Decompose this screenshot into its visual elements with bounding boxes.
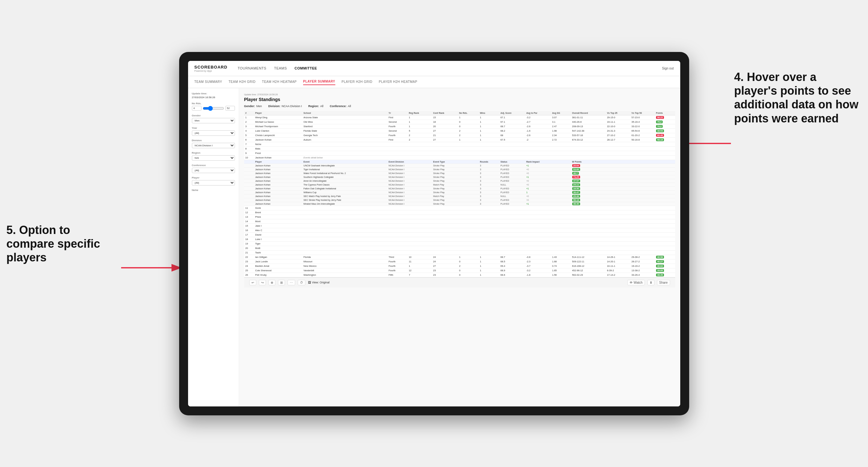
toolbar-expand[interactable]: ⊞: [278, 280, 285, 285]
points-cell[interactable]: [655, 219, 675, 223]
points-cell[interactable]: [655, 250, 675, 255]
points-cell[interactable]: [655, 146, 675, 151]
reg-rank-cell: [407, 146, 432, 151]
no-rds-cell: 2: [458, 263, 478, 268]
nav-committee[interactable]: COMMITTEE: [294, 65, 317, 71]
sidebar-conference-select[interactable]: (All): [192, 168, 235, 173]
table-row[interactable]: 20 Mutti: [244, 246, 675, 250]
sub-nav-player-summary[interactable]: PLAYER SUMMARY: [303, 79, 335, 85]
sidebar-player-select[interactable]: (All): [192, 180, 235, 186]
toolbar-clock[interactable]: ⏱: [298, 280, 305, 285]
points-cell[interactable]: [655, 246, 675, 250]
sidebar-no-rds-slider[interactable]: [203, 106, 224, 111]
sub-nav-player-h2h-grid[interactable]: PLAYER H2H GRID: [342, 79, 373, 85]
table-row[interactable]: 8 Mats: [244, 146, 675, 151]
table-row[interactable]: 16 Alex C: [244, 228, 675, 232]
toolbar-watch[interactable]: 👁 Watch: [627, 280, 645, 285]
table-row[interactable]: 24 Bastien Amat New Mexico Fourth 1 27 2…: [244, 263, 675, 268]
toolbar-view[interactable]: 🖼 View: Original: [308, 281, 330, 284]
table-row[interactable]: 12 Brent: [244, 210, 675, 215]
points-cell[interactable]: 58.18: [655, 137, 675, 142]
table-row[interactable]: 14 Mont: [244, 219, 675, 223]
table-row[interactable]: 19 Tiger: [244, 241, 675, 246]
table-row[interactable]: 18 Luke I: [244, 237, 675, 241]
vs-top25-cell: [606, 250, 630, 255]
adj-score-cell: [499, 210, 525, 215]
table-row[interactable]: 1 Wenyi Ding Arizona State First 1 15 1 …: [244, 115, 675, 120]
sidebar-no-rds-section: No Rds.: [192, 102, 235, 111]
table-row[interactable]: 22 Ian Gilligan Florida Third 10 24 1 1 …: [244, 255, 675, 259]
points-cell[interactable]: [655, 206, 675, 210]
sub-nav-team-h2h-grid[interactable]: TEAM H2H GRID: [228, 79, 256, 85]
table-row[interactable]: 23 Jack Lundin Missouri Fourth 11 24 0 1…: [244, 259, 675, 263]
table-row[interactable]: 6 Jackson Kohan Auburn First 2 27 1 1 67…: [244, 137, 675, 142]
table-row[interactable]: 17 David: [244, 232, 675, 237]
sidebar-division-select[interactable]: NCAA Division I: [192, 143, 235, 148]
points-cell[interactable]: [655, 237, 675, 241]
nav-teams[interactable]: TEAMS: [274, 65, 287, 71]
points-cell[interactable]: 38.54: [655, 128, 675, 133]
points-cell[interactable]: [655, 232, 675, 237]
avg-to-par-cell: -1.8: [525, 273, 551, 277]
toolbar-share[interactable]: Share: [657, 280, 670, 285]
adj-score-cell: 69.4: [499, 263, 525, 268]
reg-rank-cell: [407, 241, 432, 246]
table-row[interactable]: 3 Michael Thorbjornsen Stanford Fourth 1…: [244, 124, 675, 128]
table-row[interactable]: 4 Luke Clanton Florida State Second 5 27…: [244, 128, 675, 133]
sign-out-link[interactable]: Sign out: [662, 67, 674, 70]
points-cell[interactable]: 39.95: [655, 268, 675, 273]
vs-top25-cell: 24-31-3: [606, 128, 630, 133]
points-cell[interactable]: [655, 210, 675, 215]
points-cell[interactable]: [655, 228, 675, 232]
toolbar-download[interactable]: ⬇: [647, 280, 654, 285]
toolbar-more[interactable]: ⋯: [287, 280, 295, 285]
table-row[interactable]: 21 Tashi: [244, 250, 675, 255]
table-row[interactable]: 15 Jake I: [244, 223, 675, 228]
sidebar-region-select[interactable]: N/A: [192, 155, 235, 161]
table-row[interactable]: 9 Prest: [244, 151, 675, 155]
sub-nav-team-summary[interactable]: TEAM SUMMARY: [194, 79, 222, 85]
table-row[interactable]: 11 Gonk: [244, 206, 675, 210]
sub-nav-player-h2h-heatmap[interactable]: PLAYER H2H HEATMAP: [379, 79, 417, 85]
wins-cell: 1: [479, 115, 499, 120]
nav-tournaments[interactable]: TOURNAMENTS: [238, 65, 266, 71]
points-cell[interactable]: 80.49: [655, 133, 675, 137]
table-row[interactable]: 25 Cole Sherwood Vanderbilt Fourth 12 23…: [244, 268, 675, 273]
sidebar-no-rds-from[interactable]: [192, 106, 202, 111]
sub-nav-team-h2h-heatmap[interactable]: TEAM H2H HEATMAP: [262, 79, 297, 85]
points-cell[interactable]: [655, 241, 675, 246]
toolbar-undo[interactable]: ↩: [249, 280, 256, 285]
vs-top50-cell: [630, 250, 655, 255]
points-cell[interactable]: [655, 151, 675, 155]
points-cell[interactable]: 70.2: [655, 124, 675, 128]
table-row[interactable]: 7 Niche: [244, 142, 675, 146]
event-sub-row: Jackson Kohan Tiger Invitational NCAA Di…: [244, 167, 675, 171]
conf-rank-cell: [432, 223, 458, 228]
sidebar-no-rds-to[interactable]: [225, 106, 235, 111]
sidebar-year-label: Year: [192, 127, 235, 129]
toolbar-copy[interactable]: ⊕: [269, 280, 275, 285]
table-row[interactable]: 13 Phick: [244, 215, 675, 219]
points-cell[interactable]: [655, 142, 675, 146]
points-cell[interactable]: 98.22: [655, 115, 675, 120]
points-cell[interactable]: 76.2: [655, 120, 675, 124]
wins-cell: [479, 246, 499, 250]
points-cell[interactable]: 40.02: [655, 263, 675, 268]
points-cell[interactable]: 40.27: [655, 259, 675, 263]
table-row[interactable]: 10 Jackson Kohan Events detail below: [244, 155, 675, 160]
table-row[interactable]: 5 Christo Lamprecht Georgia Tech Fourth …: [244, 133, 675, 137]
adj-score-cell: [499, 223, 525, 228]
points-cell[interactable]: [655, 223, 675, 228]
wins-cell: [479, 241, 499, 246]
sidebar-year-select[interactable]: (All): [192, 130, 235, 136]
toolbar-redo[interactable]: ↪: [259, 280, 266, 285]
col-avg-sg: Avg SG: [551, 111, 571, 115]
points-cell[interactable]: 38.49: [655, 273, 675, 277]
points-cell[interactable]: [655, 215, 675, 219]
vs-top25-cell: [606, 142, 630, 146]
points-cell[interactable]: 40.58: [655, 255, 675, 259]
table-row[interactable]: 26 Petr Hruby Washington Fifth 7 23 0 1 …: [244, 273, 675, 277]
table-row[interactable]: 2 Michael La Sasso Ole Miss Second 1 18 …: [244, 120, 675, 124]
sidebar-gender-select[interactable]: Men Women: [192, 118, 235, 123]
school-cell: [302, 206, 387, 210]
